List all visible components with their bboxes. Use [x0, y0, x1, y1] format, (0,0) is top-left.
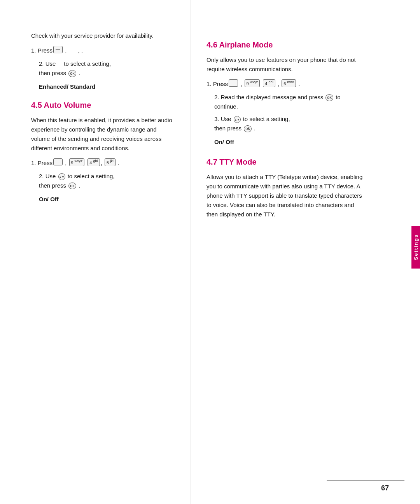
ap-step3: 3. Use to select a setting, then press o…: [214, 114, 366, 133]
left-column: Check with your service provider for ava…: [0, 0, 191, 504]
ok-badge-2: ok: [68, 183, 76, 189]
step2: 2. Use to select a setting, then press o…: [39, 59, 175, 78]
nav-icon-left: [58, 173, 65, 180]
ap-step1-comma2: ,: [276, 79, 281, 89]
ap-step2-text: 2. Read the displayed message and press: [214, 94, 323, 100]
av-step2: 2. Use to select a setting, then press o…: [39, 172, 175, 190]
key-5jkl: 5 jkl: [105, 158, 116, 166]
key-6mno: 6 mno: [282, 79, 296, 87]
page-number: 67: [381, 484, 389, 492]
ap-step3-rest: to select a setting,: [243, 116, 290, 122]
ap-step2: 2. Read the displayed message and press …: [214, 93, 366, 111]
av-step1-comma2: [85, 158, 87, 168]
ap-step3-period: .: [254, 125, 256, 132]
step1-space: [68, 46, 78, 55]
airplane-desc: Only allows you to use features on your …: [206, 55, 366, 74]
av-step2-rest: to select a setting,: [68, 173, 115, 179]
step2-rest: to select a setting,: [64, 60, 111, 67]
on-off-right: On/ Off: [214, 138, 366, 147]
key-9wxyz-right: 9 wxyz: [245, 79, 260, 87]
step1-press-label: 1. Press: [31, 46, 52, 55]
page-container: Check with your service provider for ava…: [0, 0, 420, 504]
ap-step1-sp: [261, 79, 262, 89]
av-step1-comma: ,: [63, 158, 68, 168]
auto-volume-desc: When this feature is enabled, it provide…: [31, 116, 175, 153]
step2-period: .: [79, 70, 80, 76]
right-column: 4.6 Airplane Mode Only allows you to use…: [191, 0, 397, 504]
intro-text: Check with your service provider for ava…: [31, 31, 175, 40]
av-step1-comma3: ,: [101, 158, 104, 168]
step1-comma1: ,: [63, 46, 68, 55]
key-4ghi-left: 4 ghi: [88, 158, 100, 166]
section-47-heading: 4.7 TTY Mode: [206, 156, 366, 168]
av-step1-label: 1. Press: [31, 158, 52, 168]
av-step2-then: then press: [39, 182, 66, 189]
ap-step1-comma: ,: [239, 79, 244, 89]
step1-comma2: ,: [78, 46, 81, 55]
settings-tab: Settings: [411, 226, 420, 269]
av-step2-period: .: [79, 182, 80, 189]
step2-space: [58, 60, 63, 67]
tty-desc: Allows you to attach a TTY (Teletype wri…: [206, 172, 366, 219]
step1: 1. Press — , , .: [31, 46, 175, 55]
key-9wxyz-left: 9 wxyz: [69, 158, 85, 166]
ok-badge-3: ok: [326, 94, 333, 101]
ap-step1-label: 1. Press: [206, 79, 228, 89]
on-off-left: On/ Off: [39, 195, 175, 204]
dash-icon-3: —: [229, 79, 238, 87]
step2-use-label: 2. Use: [39, 60, 56, 67]
dash-icon-1: —: [53, 46, 63, 53]
ap-step3-use: 3. Use: [214, 116, 231, 122]
key-4ghi-right: 4 ghi: [263, 79, 275, 87]
av-step2-use: 2. Use: [39, 173, 56, 179]
ok-badge-1: ok: [68, 70, 76, 77]
ap-step1: 1. Press — , 9 wxyz 4 ghi , 6 mno .: [206, 79, 366, 89]
av-step1: 1. Press — , 9 wxyz 4 ghi , 5 jkl .: [31, 158, 175, 168]
step1-dot: .: [81, 46, 83, 55]
ap-step1-dot: .: [297, 79, 300, 89]
ap-step3-then: then press: [214, 125, 242, 132]
ok-badge-4: ok: [244, 125, 252, 132]
bottom-divider: [327, 480, 404, 481]
section-45-heading: 4.5 Auto Volume: [31, 99, 175, 111]
section-46-heading: 4.6 Airplane Mode: [206, 39, 366, 51]
enhanced-standard: Enhanced/ Standard: [39, 83, 175, 91]
settings-tab-label: Settings: [413, 234, 419, 260]
av-step1-dot: .: [116, 158, 119, 168]
nav-icon-right: [234, 116, 241, 123]
step2-then: then press: [39, 70, 66, 76]
dash-icon-2: —: [53, 158, 63, 166]
